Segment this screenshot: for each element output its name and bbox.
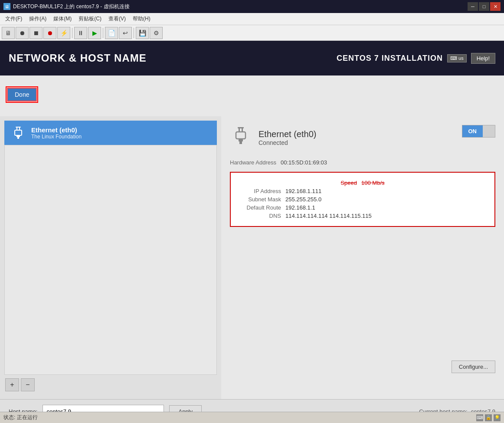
svg-rect-3 — [15, 130, 22, 135]
network-info-box: Speed 100 Mb/s IP Address 192.168.1.111 … — [230, 172, 495, 227]
menu-bar: 文件(F) 操作(A) 媒体(M) 剪贴板(C) 查看(V) 帮助(H) — [0, 13, 504, 25]
menu-view[interactable]: 查看(V) — [105, 13, 129, 24]
minimize-button[interactable]: ─ — [468, 2, 478, 11]
vm-header: NETWORK & HOST NAME CENTOS 7 INSTALLATIO… — [0, 41, 504, 75]
toolbar-btn-screenshot[interactable]: 📄 — [105, 27, 118, 39]
toolbar-separator-3 — [134, 28, 134, 38]
left-bottom-toolbar: + − — [4, 375, 217, 395]
toolbar-btn-config[interactable]: ⚙ — [150, 27, 163, 39]
subnet-mask-label: Subnet Mask — [238, 196, 281, 203]
default-route-value: 192.168.1.1 — [285, 204, 315, 211]
toolbar: 🖥 ⏺ ⏹ ⏺ ⚡ ⏸ ▶ 📄 ↩ 💾 ⚙ — [0, 25, 504, 41]
toolbar-btn-settings[interactable]: 💾 — [136, 27, 149, 39]
ip-address-label: IP Address — [238, 188, 281, 194]
window-icon-glyph: 🖥 — [5, 4, 9, 9]
remove-network-button[interactable]: − — [21, 378, 35, 391]
svg-rect-10 — [239, 139, 243, 141]
hardware-address-label: Hardware Address — [230, 159, 276, 166]
ethernet-status: Connected — [259, 139, 316, 146]
svg-rect-6 — [238, 127, 244, 128]
title-bar: 🖥 DESKTOP-BMUL1F2 上的 centos7.9 - 虚拟机连接 ─… — [0, 0, 504, 13]
status-icon-1: ⌨ — [476, 414, 483, 421]
toolbar-separator-2 — [103, 28, 103, 38]
toolbar-btn-pause[interactable]: ⏸ — [74, 27, 87, 39]
dns-row: DNS 114.114.114.114 114.114.115.115 — [238, 213, 488, 219]
ethernet-info: Ethernet (eth0) The Linux Foundation — [31, 126, 82, 140]
ethernet-plug-icon-right — [230, 125, 252, 151]
help-button[interactable]: Help! — [471, 53, 495, 64]
menu-action[interactable]: 操作(A) — [26, 13, 50, 24]
speed-value: 100 Mb/s — [361, 180, 384, 186]
subnet-mask-value: 255.255.255.0 — [285, 196, 321, 203]
svg-rect-11 — [239, 141, 242, 144]
menu-media[interactable]: 媒体(M) — [50, 13, 75, 24]
done-button-wrapper: Done — [0, 82, 44, 108]
toolbar-btn-revert[interactable]: ↩ — [119, 27, 132, 39]
on-off-toggle[interactable]: ON — [462, 125, 496, 138]
left-panel: Ethernet (eth0) The Linux Foundation + − — [0, 116, 221, 399]
status-bar: 状态: 正在运行 ⌨ 🔒 💡 — [0, 412, 504, 423]
toolbar-btn-power[interactable]: ⚡ — [57, 27, 70, 39]
default-route-label: Default Route — [238, 204, 281, 211]
ethernet-org: The Linux Foundation — [31, 134, 82, 140]
status-text: 状态: 正在运行 — [3, 414, 38, 421]
hardware-address-value: 00:15:5D:01:69:03 — [281, 159, 327, 166]
svg-rect-5 — [17, 137, 19, 139]
keyboard-icon: ⌨ us — [447, 54, 467, 62]
add-network-button[interactable]: + — [5, 378, 19, 391]
status-icon-3: 💡 — [494, 414, 501, 421]
ip-address-row: IP Address 192.168.1.111 — [238, 188, 488, 194]
window-title: DESKTOP-BMUL1F2 上的 centos7.9 - 虚拟机连接 — [13, 3, 130, 10]
svg-rect-0 — [16, 127, 21, 128]
menu-clipboard[interactable]: 剪贴板(C) — [75, 13, 105, 24]
status-icon-2: 🔒 — [485, 414, 492, 421]
default-route-row: Default Route 192.168.1.1 — [238, 204, 488, 211]
speed-label: Speed — [340, 180, 357, 186]
page-title: NETWORK & HOST NAME — [9, 52, 147, 64]
ip-address-value: 192.168.1.111 — [285, 188, 321, 194]
centos-installation-title: CENTOS 7 INSTALLATION — [337, 54, 443, 63]
ethernet-list-spacer — [4, 145, 217, 375]
keyboard-indicator: ⌨ us — [447, 54, 467, 62]
dns-label: DNS — [238, 213, 281, 219]
ethernet-detail-name: Ethernet (eth0) — [259, 129, 316, 139]
ethernet-plug-icon-left — [10, 125, 26, 141]
toolbar-btn-1[interactable]: 🖥 — [2, 27, 15, 39]
ethernet-detail-header: Ethernet (eth0) Connected ON — [230, 125, 495, 151]
toolbar-btn-play[interactable]: ▶ — [88, 27, 101, 39]
content-area: Ethernet (eth0) The Linux Foundation + − — [0, 116, 504, 399]
done-button[interactable]: Done — [7, 88, 37, 102]
ethernet-list-item[interactable]: Ethernet (eth0) The Linux Foundation — [4, 121, 217, 145]
vm-header-right: CENTOS 7 INSTALLATION ⌨ us Help! — [337, 53, 495, 64]
window-icon: 🖥 — [3, 3, 10, 10]
svg-rect-4 — [16, 135, 20, 137]
title-bar-controls: ─ □ ✕ — [468, 2, 501, 11]
speed-row: Speed 100 Mb/s — [238, 180, 488, 186]
svg-rect-9 — [236, 132, 245, 139]
keyboard-lang: us — [458, 56, 464, 61]
menu-help[interactable]: 帮助(H) — [129, 13, 154, 24]
status-right-icons: ⌨ 🔒 💡 — [476, 414, 501, 421]
close-button[interactable]: ✕ — [490, 2, 501, 11]
dns-value: 114.114.114.114 114.114.115.115 — [285, 213, 372, 219]
toolbar-separator-1 — [72, 28, 72, 38]
toolbar-btn-stop[interactable]: ⏹ — [29, 27, 43, 39]
subnet-mask-row: Subnet Mask 255.255.255.0 — [238, 196, 488, 203]
toolbar-btn-2[interactable]: ⏺ — [16, 27, 29, 39]
toggle-on-button[interactable]: ON — [462, 125, 483, 137]
hardware-address-row: Hardware Address 00:15:5D:01:69:03 — [230, 159, 495, 166]
ethernet-name: Ethernet (eth0) — [31, 126, 82, 134]
toolbar-btn-record[interactable]: ⏺ — [43, 27, 56, 39]
ethernet-header-left: Ethernet (eth0) Connected — [230, 125, 316, 151]
maximize-button[interactable]: □ — [479, 2, 489, 11]
ethernet-header-info: Ethernet (eth0) Connected — [259, 129, 316, 146]
keyboard-glyph: ⌨ — [450, 56, 457, 61]
toggle-off-button[interactable] — [483, 125, 495, 137]
menu-file[interactable]: 文件(F) — [2, 13, 26, 24]
vm-screen: NETWORK & HOST NAME CENTOS 7 INSTALLATIO… — [0, 41, 504, 423]
configure-button[interactable]: Configure... — [452, 361, 495, 373]
right-panel: Ethernet (eth0) Connected ON Hardware Ad… — [221, 116, 504, 399]
